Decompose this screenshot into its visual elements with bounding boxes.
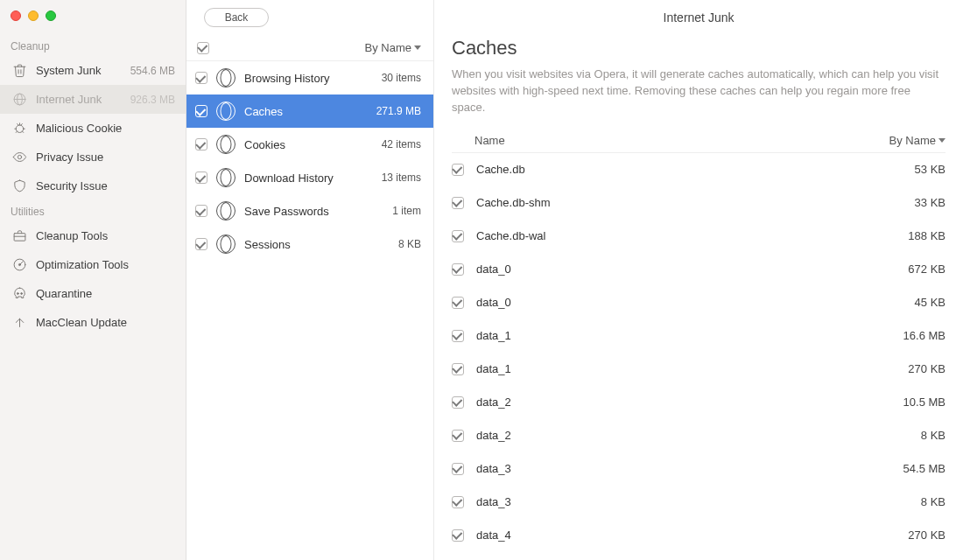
sidebar-item-size: 554.6 MB <box>130 65 175 77</box>
trash-icon <box>12 63 27 78</box>
detail-body: Caches When you visit websites via Opera… <box>434 35 963 560</box>
svg-point-7 <box>18 263 20 265</box>
category-list: Browsing History30 itemsCaches271.9 MBCo… <box>186 61 433 560</box>
file-row[interactable]: Cache.db53 KB <box>452 153 945 186</box>
sidebar-item-system-junk[interactable]: System Junk554.6 MB <box>0 56 186 85</box>
category-value: 271.9 MB <box>376 105 421 117</box>
file-row[interactable]: data_1270 KB <box>452 353 945 386</box>
file-row[interactable]: data_28 KB <box>452 419 945 452</box>
chevron-down-icon <box>414 46 421 50</box>
file-checkbox[interactable] <box>452 529 464 542</box>
file-name: data_3 <box>476 495 511 508</box>
titlebar: Internet Junk <box>434 0 963 35</box>
file-size: 53 KB <box>915 163 945 176</box>
sidebar-item-quarantine[interactable]: Quarantine <box>0 279 186 308</box>
file-name: data_2 <box>476 429 511 442</box>
detail-heading: Caches <box>452 37 945 60</box>
svg-point-8 <box>17 293 18 295</box>
toolbox-icon <box>12 228 27 243</box>
sidebar-item-label: Privacy Issue <box>36 150 103 164</box>
name-column-header: Name <box>474 134 505 147</box>
file-size: 270 KB <box>908 362 945 375</box>
category-label: Sessions <box>244 238 291 251</box>
back-button[interactable]: Back <box>204 8 269 27</box>
sidebar-item-internet-junk[interactable]: Internet Junk926.3 MB <box>0 85 186 114</box>
file-checkbox[interactable] <box>452 330 464 342</box>
file-row[interactable]: data_045 KB <box>452 286 945 319</box>
file-row[interactable]: data_210.5 MB <box>452 386 945 419</box>
arrowup-icon <box>12 315 27 330</box>
file-name: data_0 <box>476 262 511 276</box>
file-checkbox[interactable] <box>452 463 464 475</box>
select-all-checkbox[interactable] <box>197 42 209 54</box>
sidebar-item-macclean-update[interactable]: MacClean Update <box>0 308 186 337</box>
opera-icon <box>216 201 235 220</box>
file-checkbox[interactable] <box>452 263 464 276</box>
category-label: Download History <box>244 172 334 185</box>
opera-icon <box>216 168 235 187</box>
detail-description: When you visit websites via Opera, it wi… <box>452 66 945 116</box>
file-size: 270 KB <box>908 528 945 542</box>
window-controls <box>0 0 186 35</box>
sidebar-item-cleanup-tools[interactable]: Cleanup Tools <box>0 221 186 250</box>
file-row[interactable]: Cache.db-shm33 KB <box>452 186 945 220</box>
file-name: Cache.db-wal <box>476 229 546 242</box>
file-checkbox[interactable] <box>452 164 464 176</box>
category-checkbox[interactable] <box>195 238 207 250</box>
sidebar-item-label: Cleanup Tools <box>36 229 108 242</box>
sidebar-item-malicious-cookie[interactable]: Malicious Cookie <box>0 114 186 143</box>
category-item[interactable]: Browsing History30 items <box>186 61 433 94</box>
file-name: data_1 <box>476 329 511 342</box>
category-header: By Name <box>186 35 433 61</box>
category-item[interactable]: Caches271.9 MB <box>186 94 433 128</box>
sidebar-item-label: Malicious Cookie <box>36 122 122 135</box>
file-checkbox[interactable] <box>452 430 464 442</box>
minimize-window-button[interactable] <box>28 10 39 21</box>
sidebar-item-label: Internet Junk <box>36 93 102 106</box>
file-row[interactable]: data_354.5 MB <box>452 452 945 486</box>
sidebar-item-optimization-tools[interactable]: Optimization Tools <box>0 250 186 279</box>
file-checkbox[interactable] <box>452 297 464 309</box>
file-row[interactable]: data_4270 KB <box>452 519 945 552</box>
shield-icon <box>12 178 27 193</box>
category-checkbox[interactable] <box>195 72 207 84</box>
file-row[interactable]: data_38 KB <box>452 486 945 519</box>
sidebar-item-privacy-issue[interactable]: Privacy Issue <box>0 143 186 172</box>
file-name: Cache.db-shm <box>476 196 551 209</box>
file-size: 16.6 MB <box>903 329 945 342</box>
category-checkbox[interactable] <box>195 172 207 184</box>
file-checkbox[interactable] <box>452 230 464 242</box>
svg-point-4 <box>18 155 21 158</box>
category-value: 1 item <box>392 205 421 217</box>
file-checkbox[interactable] <box>452 496 464 508</box>
file-checkbox[interactable] <box>452 396 464 409</box>
file-size: 672 KB <box>908 262 945 276</box>
category-item[interactable]: Sessions8 KB <box>186 228 433 261</box>
file-checkbox[interactable] <box>452 363 464 375</box>
file-list: Cache.db53 KBCache.db-shm33 KBCache.db-w… <box>452 153 945 560</box>
category-checkbox[interactable] <box>195 138 207 150</box>
zoom-window-button[interactable] <box>46 10 56 21</box>
category-label: Browsing History <box>244 72 330 85</box>
file-row[interactable]: Cache.db-wal188 KB <box>452 220 945 253</box>
category-checkbox[interactable] <box>195 105 207 117</box>
category-checkbox[interactable] <box>195 205 207 217</box>
category-item[interactable]: Cookies42 items <box>186 128 433 161</box>
close-window-button[interactable] <box>11 10 21 21</box>
file-size: 45 KB <box>915 296 945 309</box>
globe-icon <box>12 92 27 107</box>
file-row[interactable]: data_116.6 MB <box>452 319 945 353</box>
file-checkbox[interactable] <box>452 197 464 209</box>
opera-icon <box>216 135 235 154</box>
file-size: 8 KB <box>921 429 945 442</box>
file-row[interactable]: f_00000a172 KB <box>452 552 945 560</box>
sidebar-item-security-issue[interactable]: Security Issue <box>0 172 186 200</box>
file-sort-dropdown[interactable]: By Name <box>889 134 945 147</box>
category-sort-dropdown[interactable]: By Name <box>365 41 425 54</box>
file-row[interactable]: data_0672 KB <box>452 253 945 286</box>
file-name: Cache.db <box>476 163 525 176</box>
category-panel: Back By Name Browsing History30 itemsCac… <box>186 0 434 560</box>
file-size: 33 KB <box>915 196 945 209</box>
category-item[interactable]: Download History13 items <box>186 161 433 194</box>
category-item[interactable]: Save Passwords1 item <box>186 194 433 228</box>
